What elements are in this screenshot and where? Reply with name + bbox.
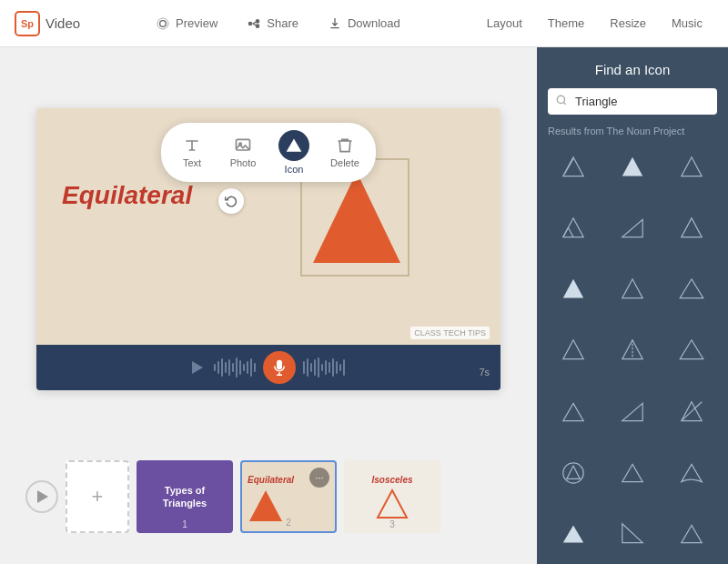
svg-marker-16 [622,157,642,176]
icon-item[interactable] [665,449,717,497]
svg-marker-19 [622,220,642,237]
icon-item[interactable] [665,510,717,558]
icon-item[interactable] [548,449,600,497]
svg-point-13 [557,96,564,103]
watermark: CLASS TECH TIPS [410,327,490,339]
svg-marker-29 [563,403,583,420]
svg-marker-25 [563,340,583,359]
toolbar-icon[interactable]: Icon [278,130,310,175]
app-title: Video [46,15,80,31]
toolbar-text[interactable]: Text [176,136,208,168]
icon-item[interactable] [548,388,600,436]
mic-button[interactable] [263,351,296,384]
svg-marker-33 [567,466,580,478]
icon-item[interactable] [665,144,717,191]
preview-button[interactable]: Preview [143,11,230,36]
icon-item[interactable] [607,327,659,374]
logo-area: Sp Video [15,11,80,36]
play-arrow-icon [37,490,48,503]
share-label: Share [267,16,298,30]
icon-item[interactable] [548,510,600,558]
filmstrip: + Types ofTriangles 1 ··· Equilateral 2 [18,448,519,546]
toolbar-text-label: Text [183,157,201,168]
refresh-button[interactable] [218,188,244,214]
svg-marker-24 [680,279,703,298]
svg-marker-11 [249,490,282,521]
svg-marker-28 [680,340,703,359]
slide-3-number: 3 [389,519,395,529]
toolbar-icon-label: Icon [285,164,304,175]
svg-marker-34 [622,464,642,481]
icon-item[interactable] [665,266,717,313]
results-label: Results from The Noun Project [537,126,728,144]
svg-marker-37 [681,525,701,542]
icon-panel: Find an Icon Results from The Noun Proje… [537,47,728,564]
icon-item[interactable] [665,327,717,374]
share-button[interactable]: Share [234,11,311,36]
search-input[interactable] [548,88,717,115]
add-slide-button[interactable]: + [66,460,129,533]
icon-item[interactable] [607,205,659,252]
search-box [548,88,717,115]
svg-marker-22 [563,279,583,298]
svg-marker-12 [378,490,407,518]
svg-marker-35 [563,525,583,542]
header: Sp Video Preview Share Download Layout T… [0,0,728,47]
svg-marker-17 [681,157,701,176]
slide-more-menu[interactable]: ··· [309,468,329,488]
canvas-title: Equilateral [62,181,192,210]
play-icon [192,361,203,374]
svg-marker-23 [622,279,642,298]
slide-1[interactable]: Types ofTriangles 1 [136,460,233,533]
icon-item[interactable] [665,388,717,436]
icon-item[interactable] [548,327,600,374]
audio-time: 7s [479,367,490,378]
play-button[interactable] [25,480,58,513]
header-right-nav: Layout Theme Resize Music [476,11,713,35]
layout-button[interactable]: Layout [476,11,533,35]
svg-marker-30 [622,403,642,420]
main-area: Text Photo Icon Delete [0,47,728,564]
icon-item[interactable] [665,205,717,252]
icons-grid [537,144,728,564]
icon-item[interactable] [607,388,659,436]
slide-2-title: Equilateral [248,475,294,485]
download-button[interactable]: Download [315,11,413,36]
icon-item[interactable] [548,266,600,313]
waveform-right [303,358,345,378]
icon-item[interactable] [548,144,600,191]
toolbar-icon-bg [278,130,309,161]
svg-point-0 [160,20,167,26]
slide-1-number: 1 [182,519,187,529]
icon-item[interactable] [607,510,659,558]
canvas[interactable]: Text Photo Icon Delete [36,108,500,390]
svg-point-1 [157,18,168,29]
toolbar-delete-label: Delete [330,157,359,168]
editor-area: Text Photo Icon Delete [0,47,537,564]
music-button[interactable]: Music [661,11,713,35]
canvas-wrapper: Text Photo Icon Delete [18,65,519,433]
icon-item[interactable] [607,449,659,497]
toolbar-photo[interactable]: Photo [227,136,259,168]
download-label: Download [348,16,400,30]
search-icon [555,94,568,110]
resize-button[interactable]: Resize [599,11,657,35]
slide-2[interactable]: ··· Equilateral 2 [240,460,337,533]
waveform-left [214,358,256,378]
icon-item[interactable] [607,144,659,191]
slide-3[interactable]: Isosceles 3 [344,460,440,533]
toolbar-photo-label: Photo [230,157,257,168]
toolbar-delete[interactable]: Delete [329,136,361,168]
theme-button[interactable]: Theme [537,11,595,35]
preview-label: Preview [176,16,217,30]
icon-item[interactable] [548,205,600,252]
svg-point-3 [257,25,259,27]
panel-title: Find an Icon [537,47,728,88]
svg-marker-20 [681,218,701,237]
svg-marker-36 [622,524,642,543]
svg-point-2 [257,19,259,22]
audio-bar: 7s [36,345,500,390]
header-nav: Preview Share Download [143,11,413,36]
icon-item[interactable] [607,266,659,313]
toolbar-popup: Text Photo Icon Delete [161,123,376,182]
